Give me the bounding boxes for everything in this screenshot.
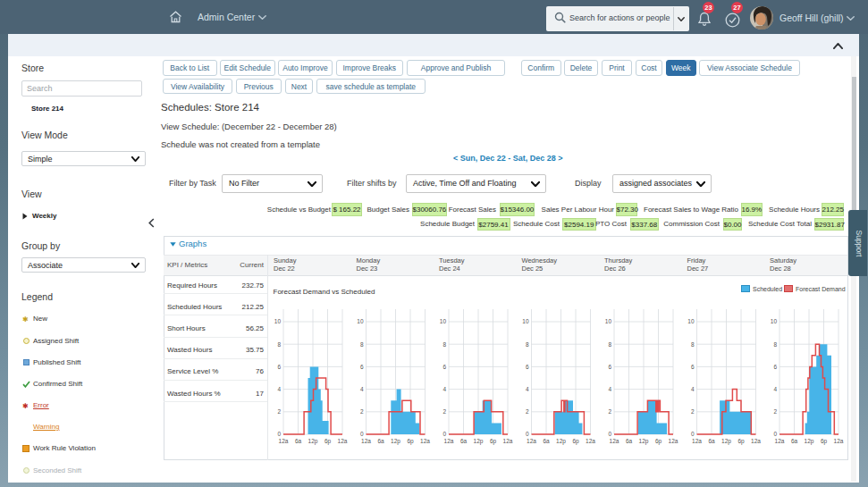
svg-text:10: 10 xyxy=(274,318,282,324)
svg-text:0: 0 xyxy=(442,431,446,437)
svg-text:6p: 6p xyxy=(490,438,497,445)
svg-text:4: 4 xyxy=(691,386,695,392)
svg-text:0: 0 xyxy=(360,431,364,437)
svg-text:6a: 6a xyxy=(708,438,715,444)
svg-text:12p: 12p xyxy=(556,438,566,445)
svg-text:10: 10 xyxy=(605,318,612,324)
svg-text:0: 0 xyxy=(277,431,281,437)
svg-text:6a: 6a xyxy=(626,438,633,444)
svg-text:6p: 6p xyxy=(324,438,332,445)
svg-text:6: 6 xyxy=(277,364,281,370)
svg-text:12a: 12a xyxy=(503,438,513,444)
svg-text:12a: 12a xyxy=(444,438,454,444)
svg-text:6p: 6p xyxy=(655,438,662,445)
svg-text:10: 10 xyxy=(357,318,364,324)
svg-text:12a: 12a xyxy=(361,438,371,444)
svg-text:6: 6 xyxy=(691,364,695,370)
svg-text:4: 4 xyxy=(526,386,529,392)
svg-text:6p: 6p xyxy=(572,438,579,445)
svg-text:10: 10 xyxy=(440,318,447,324)
svg-text:6a: 6a xyxy=(460,438,468,444)
svg-text:12a: 12a xyxy=(279,438,289,444)
svg-text:12p: 12p xyxy=(391,438,400,445)
svg-text:8: 8 xyxy=(360,341,364,348)
svg-text:4: 4 xyxy=(773,386,777,392)
svg-text:6a: 6a xyxy=(295,438,302,444)
svg-text:8: 8 xyxy=(526,341,529,348)
svg-text:12a: 12a xyxy=(692,438,702,444)
svg-text:8: 8 xyxy=(442,341,446,348)
svg-text:0: 0 xyxy=(691,431,695,437)
svg-text:12a: 12a xyxy=(775,438,785,444)
svg-text:12a: 12a xyxy=(610,438,619,444)
svg-text:6p: 6p xyxy=(407,438,414,445)
svg-text:2: 2 xyxy=(691,408,695,415)
svg-text:12a: 12a xyxy=(338,438,348,444)
svg-text:12a: 12a xyxy=(751,438,761,444)
svg-text:2: 2 xyxy=(360,408,364,415)
svg-text:6a: 6a xyxy=(377,438,384,444)
svg-text:8: 8 xyxy=(277,341,281,348)
svg-text:8: 8 xyxy=(608,341,611,348)
svg-text:10: 10 xyxy=(522,318,529,324)
svg-text:6: 6 xyxy=(442,364,446,370)
svg-text:2: 2 xyxy=(773,408,777,415)
svg-text:6a: 6a xyxy=(543,438,550,444)
svg-text:12p: 12p xyxy=(805,438,814,445)
svg-text:6a: 6a xyxy=(791,438,798,444)
svg-text:12a: 12a xyxy=(669,438,678,444)
svg-text:2: 2 xyxy=(442,408,446,415)
svg-text:10: 10 xyxy=(771,318,778,324)
svg-text:4: 4 xyxy=(277,386,281,392)
svg-text:0: 0 xyxy=(773,431,777,437)
svg-text:6p: 6p xyxy=(821,438,828,445)
svg-text:6: 6 xyxy=(360,364,364,370)
svg-text:6p: 6p xyxy=(737,438,745,445)
svg-text:0: 0 xyxy=(526,431,529,437)
svg-text:12a: 12a xyxy=(420,438,430,444)
svg-text:12p: 12p xyxy=(639,438,649,445)
svg-text:12p: 12p xyxy=(474,438,484,445)
svg-text:12p: 12p xyxy=(308,438,318,445)
svg-text:12a: 12a xyxy=(586,438,595,444)
svg-text:4: 4 xyxy=(608,386,611,392)
svg-text:4: 4 xyxy=(360,386,364,392)
svg-text:12a: 12a xyxy=(527,438,536,444)
svg-text:8: 8 xyxy=(691,341,695,348)
svg-text:6: 6 xyxy=(773,364,777,370)
svg-text:6: 6 xyxy=(608,364,611,370)
svg-text:10: 10 xyxy=(687,318,695,324)
svg-text:12p: 12p xyxy=(721,438,731,445)
svg-text:12a: 12a xyxy=(834,438,844,444)
svg-text:4: 4 xyxy=(442,386,446,392)
svg-text:2: 2 xyxy=(277,408,281,415)
svg-text:0: 0 xyxy=(608,431,611,437)
svg-text:6: 6 xyxy=(526,364,529,370)
svg-text:2: 2 xyxy=(526,408,529,415)
svg-text:2: 2 xyxy=(608,408,611,415)
svg-text:8: 8 xyxy=(773,341,777,348)
